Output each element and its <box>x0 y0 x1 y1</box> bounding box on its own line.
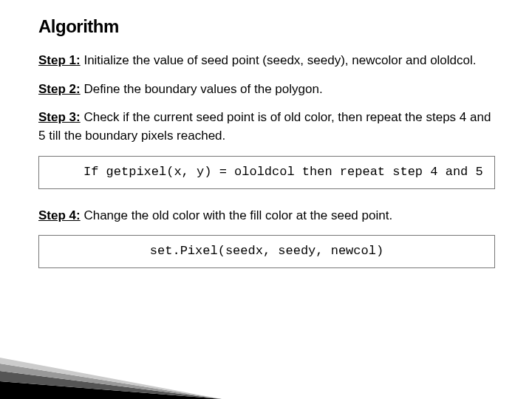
code-block-2: set.Pixel(seedx, seedy, newcol) <box>38 235 495 268</box>
slide: Algorithm Step 1: Initialize the value o… <box>0 0 532 399</box>
svg-marker-0 <box>0 381 222 399</box>
step-2-text: Define the boundary values of the polygo… <box>81 82 323 96</box>
step-1-label: Step 1: <box>38 53 81 67</box>
decorative-wedge <box>0 355 222 399</box>
step-1-text: Initialize the value of seed point (seed… <box>81 53 477 67</box>
step-3-text: Check if the current seed point is of ol… <box>38 110 491 143</box>
step-2-label: Step 2: <box>38 82 81 96</box>
svg-marker-2 <box>0 364 222 399</box>
step-3-label: Step 3: <box>38 110 81 124</box>
svg-marker-3 <box>0 358 222 399</box>
svg-marker-1 <box>0 371 222 399</box>
step-4-text: Change the old color with the fill color… <box>81 208 392 222</box>
code-block-1: If getpixel(x, y) = ololdcol then repeat… <box>38 156 495 189</box>
step-4: Step 4: Change the old color with the fi… <box>38 207 495 225</box>
page-title: Algorithm <box>38 16 495 37</box>
step-3: Step 3: Check if the current seed point … <box>38 109 495 145</box>
step-1: Step 1: Initialize the value of seed poi… <box>38 52 495 70</box>
step-2: Step 2: Define the boundary values of th… <box>38 81 495 99</box>
step-4-label: Step 4: <box>38 208 81 222</box>
